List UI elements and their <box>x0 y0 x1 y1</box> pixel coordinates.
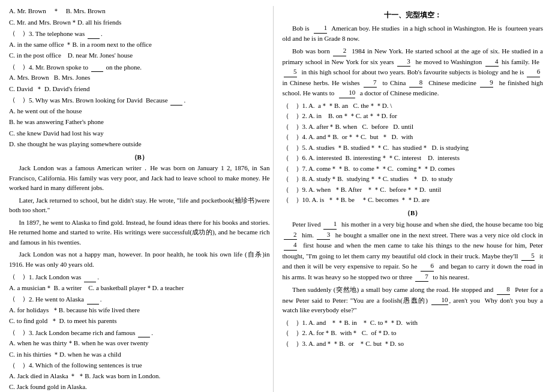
pb-q3-text: 3. Jack London became rich and famous . <box>29 327 153 338</box>
answer-line-1: A. Mr. Brown ＊ B. Mrs. Brown <box>9 6 270 16</box>
q3-text: 3. The telephone was . <box>29 28 103 39</box>
q3-optA: A. in the same office ＊B. in a room next… <box>9 40 270 50</box>
pb-q2-blank <box>87 294 99 304</box>
pb-q2-optA: A. for holidays ＊B. because his wife liv… <box>9 305 270 315</box>
ca-q7-paren: （ ） <box>283 164 302 174</box>
blank-a8: 8 <box>409 77 422 88</box>
ca-q8-line: （ ） 8. A. study＊B. studying＊＊C. studies … <box>283 174 544 184</box>
part-b-para3: In 1897, he went to Alaska to find gold.… <box>9 218 270 248</box>
passage-b-title: （B） <box>283 208 544 218</box>
ca-q5-line: （ ） 5. A. studies ＊B. studied＊＊C. has st… <box>283 143 544 153</box>
ca-q9-paren: （ ） <box>283 185 302 195</box>
blank-b2: 2 <box>284 230 297 240</box>
blank-b7: 7 <box>415 272 428 282</box>
pb-q3-optC: C. in his thirties ＊D. when he was a chi… <box>9 349 270 360</box>
ca-q10-paren: （ ） <box>283 195 302 205</box>
passage-b-section: （B） Peter lived 1 his mother in a very b… <box>283 208 544 349</box>
cb-q3-paren: （ ） <box>283 339 302 349</box>
q5-blank <box>170 95 182 105</box>
q5-paren: （ ） <box>9 95 29 105</box>
blank-a6: 6 <box>527 67 540 77</box>
ca-q3-line: （ ） 3. A. after＊B. when C. before D. unt… <box>283 122 544 132</box>
ca-q2-paren: （ ） <box>283 111 302 121</box>
pb-q4-line: （ ） 4. Which of the following sentences … <box>9 360 270 370</box>
ca-q5-paren: （ ） <box>283 143 302 153</box>
ca-q2-line: （ ） 2. A. in B. on＊＊C. at＊＊D. for <box>283 111 544 121</box>
pb-q3-paren: （ ） <box>9 327 29 337</box>
blank-b3: 3 <box>317 230 330 240</box>
q4-optAB: A. Mrs. Brown B. Mrs. Jones <box>9 73 270 83</box>
ca-q4-paren: （ ） <box>283 132 302 142</box>
blank-b4: 4 <box>284 240 297 251</box>
answer-line-2: C. Mr. and Mrs. Brown＊D. all his friends <box>9 17 270 28</box>
ca-q10-text: 10. A. is ＊＊B. be ＊C. becomes ＊＊D. are <box>302 195 430 205</box>
q5-optC: C. she knew David had lost his way <box>9 128 270 138</box>
ca-q9-text: 9. A. when ＊B. After ＊＊C. before＊＊D. unt… <box>302 185 442 195</box>
pb-q3-optA: A. when he was thirty＊B. when he was ove… <box>9 338 270 348</box>
pb-q1-line: （ ） 1. Jack London was . <box>9 272 270 282</box>
blank-a3: 3 <box>397 56 410 67</box>
blank-b6: 6 <box>421 261 434 272</box>
ca-q1-paren: （ ） <box>283 101 302 111</box>
cb-q3-line: （ ） 3. A. and＊＊B. or ＊C. but ＊D. so <box>283 339 544 349</box>
pb-q4-text: 4. Which of the following sentences is t… <box>29 360 142 370</box>
q3-line: （ ） 3. The telephone was . <box>9 28 270 39</box>
q4-line: （ ） 4. Mr. Brown spoke to on the phone. <box>9 62 270 73</box>
blank-a7: 7 <box>364 77 377 88</box>
q4-blank <box>91 62 103 73</box>
q4-optCD: C. David ＊ D. David's friend <box>9 84 270 94</box>
blank-b10: 10 <box>431 295 448 306</box>
cb-q2-line: （ ） 2. A. for＊B. with＊ C. of＊D. to <box>283 328 544 338</box>
pb-q2-line: （ ） 2. He went to Alaska . <box>9 294 270 304</box>
ca-q3-paren: （ ） <box>283 122 302 132</box>
ca-q10-line: （ ） 10. A. is ＊＊B. be ＊C. becomes ＊＊D. a… <box>283 195 544 205</box>
pb-q2-paren: （ ） <box>9 294 29 304</box>
cb-q2-text: 2. A. for＊B. with＊ C. of＊D. to <box>302 328 397 338</box>
cb-q3-text: 3. A. and＊＊B. or ＊C. but ＊D. so <box>302 339 404 349</box>
ca-q6-paren: （ ） <box>283 153 302 163</box>
ca-q9-line: （ ） 9. A. when ＊B. After ＊＊C. before＊＊D.… <box>283 185 544 195</box>
pb-q4-paren: （ ） <box>9 360 29 370</box>
q4-text: 4. Mr. Brown spoke to on the phone. <box>29 62 142 73</box>
blank-a10: 10 <box>339 88 356 98</box>
part-b-title: （B） <box>9 152 270 162</box>
q3-blank <box>88 28 100 39</box>
pb-q1-blank <box>84 272 96 282</box>
blank-a9: 9 <box>480 77 493 88</box>
part-b-para1: Jack London was a famous American writer… <box>9 163 270 193</box>
pb-q1-paren: （ ） <box>9 272 29 282</box>
ca-q7-text: 7. A. come＊＊B. to come＊＊C. coming＊＊D. co… <box>302 164 455 174</box>
pb-q1-text: 1. Jack London was . <box>29 272 99 282</box>
ca-q6-line: （ ） 6. A. interested B. interesting＊＊C. … <box>283 153 544 163</box>
ca-q4-text: 4. A. and＊B. or＊＊C. but ＊ D. with <box>302 132 413 142</box>
pb-q2-optC: C. to find gold ＊ D. to meet his parents <box>9 316 270 326</box>
ca-q8-paren: （ ） <box>283 174 302 184</box>
blank-a4: 4 <box>485 56 499 67</box>
cloze-b-para1: Peter lived 1 his mother in a very big h… <box>283 219 544 282</box>
q4-paren: （ ） <box>9 62 29 72</box>
part-b-para2: Later, Jack returned to school, but he d… <box>9 195 270 215</box>
right-column: 十一、完型填空： Bob is 1 American boy. He studi… <box>280 6 544 392</box>
q3-paren: （ ） <box>9 28 29 38</box>
q5-line: （ ） 5. Why was Mrs. Brown looking for Da… <box>9 95 270 105</box>
cb-q1-paren: （ ） <box>283 318 302 328</box>
cb-q2-paren: （ ） <box>283 328 302 338</box>
left-column: A. Mr. Brown ＊ B. Mrs. Brown C. Mr. and … <box>9 6 274 392</box>
q5-text: 5. Why was Mrs. Brown looking for David … <box>29 95 185 105</box>
blank-a2: 2 <box>333 46 346 56</box>
cb-q1-text: 1. A. and ＊＊B. in ＊ C. to＊＊D. with <box>302 318 418 328</box>
blank-b8: 8 <box>497 284 510 295</box>
ca-q1-line: （ ） 1. A. a＊＊B. an C. the＊＊D. \ <box>283 101 544 111</box>
cloze-a-para2: Bob was born 2 1984 in New York. He star… <box>283 46 544 98</box>
ca-q5-text: 5. A. studies ＊B. studied＊＊C. has studie… <box>302 143 469 153</box>
q5-optA: A. he went out of the house <box>9 106 270 116</box>
pb-q2-text: 2. He went to Alaska . <box>29 294 101 304</box>
ca-q1-text: 1. A. a＊＊B. an C. the＊＊D. \ <box>302 101 392 111</box>
q5-optD: D. she thought he was playing somewhere … <box>9 139 270 149</box>
blank-a5: 5 <box>284 67 297 77</box>
section-eleven-title: 十一、完型填空： <box>283 10 544 20</box>
ca-q7-line: （ ） 7. A. come＊＊B. to come＊＊C. coming＊＊D… <box>283 164 544 174</box>
cloze-a-para1: Bob is 1 American boy. He studies in a h… <box>283 23 544 43</box>
page-container: A. Mr. Brown ＊ B. Mrs. Brown C. Mr. and … <box>9 6 543 392</box>
ca-q6-text: 6. A. interested B. interesting＊＊C. inte… <box>302 153 460 163</box>
